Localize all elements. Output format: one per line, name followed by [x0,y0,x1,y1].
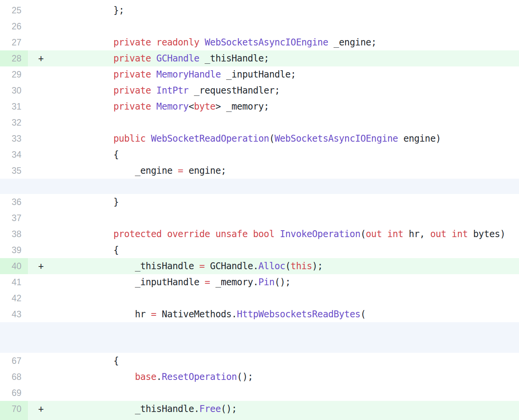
line-number[interactable]: 39 [0,242,28,258]
code-line-30: 30 private IntPtr _requestHandler; [0,82,519,99]
token-keyword: = [199,261,204,271]
indent [38,165,135,176]
code-line-28: 28+ private GCHandle _thisHandle; [0,50,519,66]
line-number[interactable]: 30 [0,82,28,99]
indent [38,197,114,207]
diff-view: 25 };2627 private readonly WebSocketsAsy… [0,0,519,420]
token-entity: HttpWebsocketsReadBytes [237,309,360,320]
code-line-40: 40+ _thisHandle = GCHandle.Alloc(this); [0,258,519,274]
hunk-expand-row[interactable] [0,179,519,194]
line-number[interactable]: 68 [0,369,28,385]
token-entity: IntPtr [156,85,188,96]
line-number[interactable]: 67 [0,353,28,369]
line-number[interactable]: 40 [0,258,28,274]
token-keyword: = [178,165,183,176]
token-keyword: protected override unsafe bool [114,229,280,239]
hunk-expand-row[interactable] [0,322,519,353]
code-content: { [28,242,519,258]
indent [38,372,135,382]
token-plain: (); [221,404,237,414]
indent [38,69,114,80]
code-content [28,385,519,401]
token-plain: NativeMethods. [156,309,237,320]
token-plain: { [114,149,119,160]
token-entity: ResetOperation [162,372,237,382]
line-number[interactable]: 41 [0,274,28,290]
added-code-content: + _thisHandle.Free(); [28,401,519,420]
line-number[interactable]: 35 [0,163,28,179]
line-number[interactable]: 29 [0,66,28,82]
token-keyword: byte [194,101,215,112]
token-entity: MemoryHandle [156,69,221,80]
token-plain: > _memory; [216,101,269,112]
line-number[interactable]: 34 [0,147,28,163]
line-number[interactable]: 69 [0,385,28,401]
line-number[interactable]: 25 [0,2,28,18]
code-line-42: 42 [0,290,519,306]
line-number[interactable]: 28 [0,50,28,66]
token-plain: ( [285,261,290,271]
token-plain: _engine [135,165,178,176]
code-content: { [28,147,519,163]
token-plain: GCHandle. [205,261,259,271]
code-line-67: 67 { [0,353,519,369]
line-number[interactable]: 36 [0,194,28,210]
diff-add-marker: + [38,404,135,414]
code-line-25: 25 }; [0,2,519,18]
token-keyword: = [151,309,156,320]
code-content: protected override unsafe bool InvokeOpe… [28,226,519,242]
line-number[interactable]: 38 [0,226,28,242]
token-keyword: private readonly [114,37,205,48]
line-number[interactable]: 27 [0,34,28,50]
token-entity: WebSocketReadOperation [151,133,269,144]
indent [38,133,114,144]
code-content [28,18,519,34]
indent [38,101,114,112]
token-keyword: public [114,133,151,144]
token-entity: Free [199,404,221,414]
line-number[interactable]: 43 [0,306,28,322]
line-number[interactable]: 33 [0,131,28,147]
code-content: private Memory<byte> _memory; [28,99,519,115]
diff-table: 25 };2627 private readonly WebSocketsAsy… [0,2,519,420]
code-content: private MemoryHandle _inputHandle; [28,66,519,82]
token-plain: _engine; [328,37,376,48]
token-plain: engine; [183,165,226,176]
line-number[interactable]: 70 [0,401,28,420]
line-number[interactable]: 26 [0,18,28,34]
token-plain: (); [237,372,253,382]
code-line-38: 38 protected override unsafe bool Invoke… [0,226,519,242]
code-content: private IntPtr _requestHandler; [28,82,519,99]
token-plain: _thisHandle [135,261,199,271]
line-number[interactable]: 31 [0,99,28,115]
token-plain: ( [360,309,366,320]
indent [38,5,114,16]
token-plain: { [114,355,119,366]
token-plain: _thisHandle; [199,53,269,64]
token-entity: Alloc [258,261,285,271]
token-plain: ); [312,261,323,271]
token-keyword: private [114,101,156,112]
indent [38,245,114,255]
token-keyword: private [114,69,156,80]
code-content: } [28,194,519,210]
token-keyword: this [290,261,312,271]
line-number[interactable]: 42 [0,290,28,306]
code-line-37: 37 [0,210,519,226]
token-entity: GCHandle [156,53,199,64]
indent [38,277,135,288]
code-line-41: 41 _inputHandle = _memory.Pin(); [0,274,519,290]
code-line-36: 36 } [0,194,519,210]
code-line-29: 29 private MemoryHandle _inputHandle; [0,66,519,82]
indent [38,37,114,48]
code-line-68: 68 base.ResetOperation(); [0,369,519,385]
token-plain: { [114,245,119,255]
line-number[interactable]: 37 [0,210,28,226]
token-entity: Pin [258,277,274,288]
code-content: { [28,353,519,369]
code-line-39: 39 { [0,242,519,258]
token-plain: ( [269,133,274,144]
token-plain: hr [135,309,151,320]
line-number[interactable]: 32 [0,115,28,131]
token-keyword: out int [366,229,403,239]
